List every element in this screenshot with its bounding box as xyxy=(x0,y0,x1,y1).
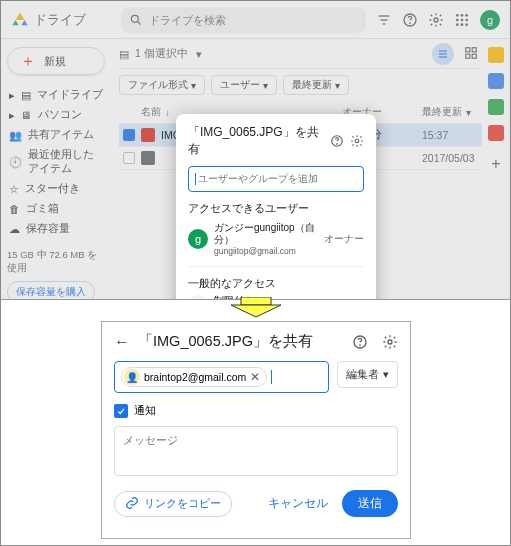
svg-point-16 xyxy=(465,23,468,26)
chip-modified[interactable]: 最終更新▾ xyxy=(283,75,349,95)
chevron-right-icon: ▸ xyxy=(9,109,15,121)
tasks-addon-icon[interactable] xyxy=(488,99,504,115)
drive-product-name: ドライブ xyxy=(34,11,86,29)
help-icon[interactable] xyxy=(330,134,344,148)
chevron-down-icon: ▾ xyxy=(263,80,268,91)
sidebar-item-label: パソコン xyxy=(38,108,82,122)
gear-icon[interactable] xyxy=(428,12,444,28)
column-modified[interactable]: 最終更新 xyxy=(422,105,462,119)
gear-icon[interactable] xyxy=(350,134,364,148)
remove-chip-icon[interactable]: ✕ xyxy=(250,370,260,384)
chip-label: 最終更新 xyxy=(292,78,332,92)
keep-addon-icon[interactable] xyxy=(488,73,504,89)
svg-rect-31 xyxy=(241,297,271,305)
svg-point-8 xyxy=(456,14,459,17)
recipient-avatar-icon: 👤 xyxy=(124,369,140,385)
sidebar-item-computers[interactable]: ▸🖥パソコン xyxy=(7,105,105,125)
svg-rect-21 xyxy=(472,47,476,51)
grid-icon[interactable] xyxy=(464,46,478,62)
gear-icon[interactable] xyxy=(382,334,398,350)
chip-user[interactable]: ユーザー▾ xyxy=(211,75,277,95)
sidebar: ＋ 新規 ▸▤マイドライブ ▸🖥パソコン 👥共有アイテム 🕘最近使用したアイテム… xyxy=(1,39,111,300)
message-input[interactable]: メッセージ xyxy=(114,426,398,476)
general-access-heading: 一般的なアクセス xyxy=(188,277,364,291)
image-file-icon xyxy=(141,151,155,165)
search-icon xyxy=(129,13,143,27)
access-heading: アクセスできるユーザー xyxy=(188,202,364,216)
recipient-input[interactable]: 👤 braintop2@gmail.com ✕ xyxy=(114,361,329,393)
drive-logo[interactable]: ドライブ xyxy=(11,11,111,29)
chip-filetype[interactable]: ファイル形式▾ xyxy=(119,75,205,95)
side-panel: + xyxy=(482,39,510,299)
svg-point-12 xyxy=(461,18,464,21)
search-box[interactable] xyxy=(121,7,366,33)
account-avatar[interactable]: g xyxy=(480,10,500,30)
svg-rect-20 xyxy=(466,47,470,51)
sidebar-item-trash[interactable]: 🗑ゴミ箱 xyxy=(7,199,105,219)
calendar-addon-icon[interactable] xyxy=(488,47,504,63)
svg-point-29 xyxy=(355,139,359,143)
shared-icon: 👥 xyxy=(9,129,22,142)
checkbox-icon[interactable] xyxy=(123,129,135,141)
sidebar-item-storage[interactable]: ☁保存容量 xyxy=(7,219,105,239)
svg-point-7 xyxy=(434,18,438,22)
chevron-down-icon: ▾ xyxy=(335,80,340,91)
new-button[interactable]: ＋ 新規 xyxy=(7,47,105,75)
copy-link-button[interactable]: リンクをコピー xyxy=(114,491,232,517)
role-label: 編集者 xyxy=(346,367,379,382)
image-file-icon xyxy=(141,128,155,142)
selection-count: 1 個選択中 xyxy=(135,47,188,61)
svg-point-28 xyxy=(337,144,338,145)
svg-line-1 xyxy=(138,21,141,24)
share-dialog-step2: ← 「IMG_0065.JPG」を共有 👤 braintop2@gmail.co… xyxy=(101,321,411,539)
svg-point-11 xyxy=(456,18,459,21)
flow-arrow-icon xyxy=(1,297,510,321)
send-button[interactable]: 送信 xyxy=(342,490,398,517)
cloud-icon: ☁ xyxy=(9,223,20,235)
recipient-chip[interactable]: 👤 braintop2@gmail.com ✕ xyxy=(121,367,267,387)
apps-icon[interactable] xyxy=(454,12,470,28)
storage-usage: 15 GB 中 72.6 MB を使用 xyxy=(7,249,105,275)
notify-checkbox[interactable] xyxy=(114,404,128,418)
chevron-down-icon: ▾ xyxy=(383,368,389,381)
sidebar-item-label: 最近使用したアイテム xyxy=(28,148,103,176)
sidebar-item-label: 共有アイテム xyxy=(28,128,94,142)
chevron-down-icon[interactable]: ▾ xyxy=(196,48,202,60)
sidebar-item-recent[interactable]: 🕘最近使用したアイテム xyxy=(7,145,105,179)
role-dropdown[interactable]: 編集者 ▾ xyxy=(337,361,398,388)
modified-time: 15:37 xyxy=(422,129,482,141)
text-cursor xyxy=(271,370,272,384)
svg-rect-23 xyxy=(472,54,476,58)
plus-icon: ＋ xyxy=(20,53,36,69)
back-arrow-icon[interactable]: ← xyxy=(114,333,130,351)
user-avatar-icon: g xyxy=(188,229,208,249)
chevron-down-icon: ▾ xyxy=(191,80,196,91)
checkbox-icon[interactable] xyxy=(123,152,135,164)
sidebar-item-shared[interactable]: 👥共有アイテム xyxy=(7,125,105,145)
recipient-email: braintop2@gmail.com xyxy=(144,371,246,383)
svg-marker-32 xyxy=(231,305,281,317)
add-people-input[interactable]: ユーザーやグループを追加 xyxy=(188,166,364,192)
cancel-button[interactable]: キャンセル xyxy=(268,495,328,512)
share-dialog-title: 「IMG_0065.JPG」を共有 xyxy=(138,332,344,351)
new-button-label: 新規 xyxy=(44,54,66,69)
svg-point-10 xyxy=(465,14,468,17)
text-cursor xyxy=(195,173,196,185)
modified-time: 2017/05/03 xyxy=(422,152,482,164)
help-icon[interactable] xyxy=(352,334,368,350)
view-toggle-button[interactable] xyxy=(432,43,454,65)
chip-label: ユーザー xyxy=(220,78,260,92)
search-input[interactable] xyxy=(149,14,358,26)
recent-icon: 🕘 xyxy=(9,156,22,169)
filter-icon[interactable] xyxy=(376,12,392,28)
help-icon[interactable] xyxy=(402,12,418,28)
chevron-right-icon: ▸ xyxy=(9,89,15,101)
share-dialog: 「IMG_0065.JPG」を共有 ユーザーやグループを追加 アクセスできるユー… xyxy=(176,114,376,300)
sidebar-item-starred[interactable]: ☆スター付き xyxy=(7,179,105,199)
message-placeholder: メッセージ xyxy=(123,434,178,446)
contacts-addon-icon[interactable] xyxy=(488,125,504,141)
copy-link-label: リンクをコピー xyxy=(144,496,221,511)
column-name[interactable]: 名前 xyxy=(141,105,161,119)
sidebar-item-mydrive[interactable]: ▸▤マイドライブ xyxy=(7,85,105,105)
add-addon-icon[interactable]: + xyxy=(491,155,500,173)
